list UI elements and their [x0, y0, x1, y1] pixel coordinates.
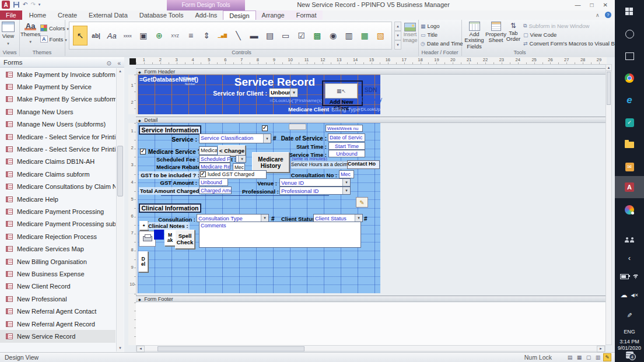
unbound-object-frame-icon[interactable]: XYZ	[168, 26, 183, 45]
mec-textbox-2[interactable]: Mec	[339, 170, 354, 178]
access-taskbar-icon[interactable]: A	[615, 176, 644, 198]
hash-label-1[interactable]: #	[273, 135, 276, 142]
gst-checkbox[interactable]	[200, 171, 206, 177]
spell-check-button[interactable]: Spell Check	[175, 230, 195, 249]
print-button[interactable]	[139, 231, 156, 247]
detail-section[interactable]: WeeklWeek nu Service Information Service…	[138, 123, 380, 293]
forms-list-item[interactable]: New Service Record	[0, 330, 116, 342]
forms-list-item[interactable]: New Referral Agent Record	[0, 318, 116, 330]
gst-included-label[interactable]: GST to be included ? :	[139, 171, 201, 179]
forms-list-item[interactable]: New Task	[0, 343, 116, 345]
form-title-label[interactable]: Service Record	[225, 76, 324, 89]
chart-icon[interactable]: ▁▄▇	[215, 26, 230, 45]
delete-button[interactable]: D el	[138, 251, 148, 272]
collapse-ribbon-icon[interactable]: ∧	[596, 12, 600, 18]
week-textbox[interactable]: WeeklWeek nu	[326, 125, 363, 132]
help-icon[interactable]: ?	[605, 12, 611, 18]
gallery-up-icon[interactable]: ▲	[394, 22, 401, 31]
form-header-section[interactable]: =GetDatabaseName() Client Number Service…	[138, 75, 380, 114]
professional-combo[interactable]: Professional ID	[279, 187, 351, 195]
forms-list-item[interactable]: New Referral Agent Contact	[0, 305, 116, 317]
consultation-no-label[interactable]: Consultation No :	[290, 172, 337, 178]
forms-list-item[interactable]: Medicare Claims subform	[0, 168, 116, 180]
service-for-client-combo[interactable]: Unbound	[269, 88, 298, 97]
vertical-ruler-footer[interactable]	[128, 294, 136, 345]
medicare-service-label[interactable]: Medicare Service ? :	[148, 149, 205, 155]
option-button-icon[interactable]: ◉	[326, 26, 341, 45]
forms-list-item[interactable]: Medicare - Select Service for Printing s…	[0, 143, 116, 155]
forms-list-item[interactable]: Make Payment by Service	[0, 80, 116, 93]
forms-list-item[interactable]: Make Payment By Service subform	[0, 93, 116, 106]
title-button[interactable]: ▭ Title	[421, 31, 463, 38]
medicare-service-textbox[interactable]: Medica	[199, 146, 218, 155]
comments-textbox[interactable]: Comments	[199, 222, 361, 248]
toggle-button-icon[interactable]: ▬	[247, 26, 261, 45]
hidden-icons-chevron[interactable]: ‹	[615, 247, 644, 268]
nav-menu-icon[interactable]: ⊙	[107, 58, 111, 69]
add-new-client-button[interactable]: ▦↖ Add New Client	[322, 80, 363, 106]
label-icon[interactable]: Aa	[104, 26, 119, 45]
forms-list-item[interactable]: Medicare Services Map	[0, 242, 116, 255]
ribbon-tab[interactable]: Database Tools	[134, 10, 190, 20]
vertical-ruler-header[interactable]: 12	[128, 75, 136, 114]
forms-list-item[interactable]: Medicare Rejection Process	[0, 230, 116, 242]
access-app-icon[interactable]: A	[2, 1, 10, 9]
date-of-service-textbox[interactable]: Date of Servic	[328, 133, 365, 142]
scroll-right-icon[interactable]: ►	[597, 346, 605, 352]
ribbon-tab[interactable]: Home	[23, 10, 52, 20]
nav-scroll-down-icon[interactable]: ▼	[117, 345, 124, 352]
date-of-service-label[interactable]: Date of Service :	[280, 135, 327, 142]
form-view-icon[interactable]: ▤	[566, 353, 574, 361]
start-button[interactable]	[615, 1, 644, 22]
forms-list-item[interactable]: Medicare Consultations by Claim Number	[0, 181, 116, 193]
task-view-icon[interactable]	[615, 45, 644, 66]
battery-wifi-icons[interactable]	[615, 266, 644, 287]
convert-macros-button[interactable]: ⇄ Convert Form's Macros to Visual Basic	[523, 40, 625, 47]
v-scrollbar-thumb[interactable]	[607, 72, 611, 105]
form-header-section-bar[interactable]: ◆ Form Header	[136, 68, 607, 75]
line-icon[interactable]: ╲	[231, 26, 246, 45]
consultation-combo[interactable]: Consultation Type	[197, 214, 269, 222]
button-icon[interactable]: xxxx	[120, 26, 135, 45]
scroll-up-icon[interactable]: ▲	[606, 65, 611, 71]
fonts-button[interactable]: A Fonts	[40, 36, 67, 43]
nav-scrollbar-thumb[interactable]	[117, 146, 123, 196]
service-for-client-label[interactable]: Service for Client :	[196, 90, 267, 97]
forms-list-item[interactable]: Medicare Claims DB1N-AH	[0, 156, 116, 168]
palette-app-icon[interactable]	[615, 199, 644, 220]
view-code-button[interactable]: ▢ View Code	[523, 31, 625, 38]
service-label[interactable]: Service :	[140, 136, 197, 143]
hash-label-3[interactable]: #	[364, 216, 368, 222]
total-amount-textbox[interactable]: Charged Amo	[199, 187, 232, 194]
ribbon-tab[interactable]: Arrange	[256, 10, 290, 20]
forms-list-item[interactable]: New Business Expense	[0, 268, 116, 280]
date-and-time-button[interactable]: ◷ Date and Time	[421, 40, 463, 47]
form-select-all-box[interactable]	[130, 58, 136, 65]
service-combo[interactable]: Service Classification	[199, 133, 271, 143]
top-checkbox[interactable]	[262, 125, 268, 131]
gst-charged-box[interactable]: luded GST Charged	[199, 170, 267, 179]
ribbon-tab[interactable]: Design	[223, 10, 256, 20]
file-explorer-icon[interactable]	[615, 134, 644, 155]
attachment-icon[interactable]: ▩	[310, 26, 324, 45]
action-center-icon[interactable]: 4	[615, 349, 644, 361]
scheduled-fee-textbox[interactable]: Scheduled Fe	[199, 155, 230, 163]
view-dropdown-icon[interactable]	[7, 40, 9, 46]
undo-icon[interactable]: ↶	[23, 1, 27, 9]
scroll-left-icon[interactable]: ◄	[136, 346, 145, 352]
outlook-icon[interactable]: ✉	[615, 156, 644, 177]
forms-list-item[interactable]: Medicare - Select Service for Printing	[0, 131, 116, 143]
gst-amount-label[interactable]: GST Amount :	[156, 180, 197, 186]
forms-list-item[interactable]: New Professional	[0, 293, 116, 305]
divider-line[interactable]	[161, 195, 329, 196]
cortana-icon[interactable]	[615, 23, 644, 44]
dlookup-name-textbox[interactable]: =DLookUp("[Firstname(s)] & " " & [Surnam…	[270, 98, 323, 103]
tab-control-icon[interactable]: ▣	[136, 26, 150, 45]
notes-icon-button[interactable]: ✎	[356, 197, 368, 208]
blue-square[interactable]	[154, 230, 164, 240]
image-icon[interactable]: ▧	[373, 26, 388, 45]
select-pointer-icon[interactable]: ↖	[73, 26, 88, 45]
list-box-icon[interactable]: ▤	[262, 26, 277, 45]
start-time-textbox[interactable]: Start Time	[328, 142, 365, 150]
total-amount-label[interactable]: Total Amount Charged :	[139, 187, 201, 195]
